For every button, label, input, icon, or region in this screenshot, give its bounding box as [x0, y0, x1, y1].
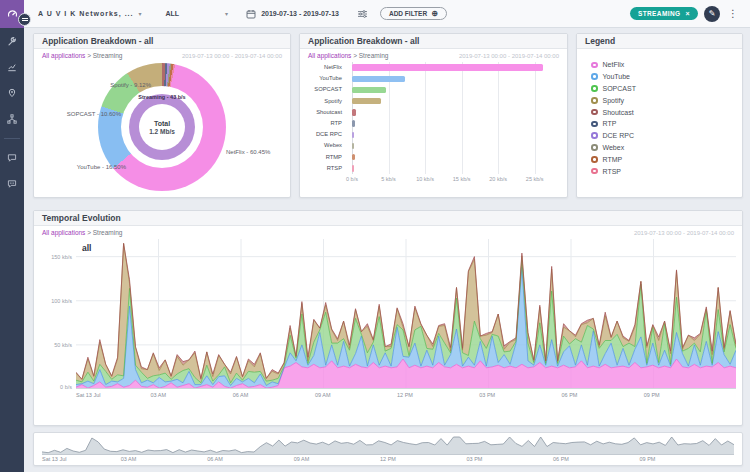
- legend-item-youtube[interactable]: YouTube: [591, 71, 742, 83]
- breadcrumb-link-all-applications[interactable]: All applications: [42, 229, 85, 236]
- chat-icon: [7, 153, 17, 163]
- bar-spotify[interactable]: [352, 98, 381, 105]
- panel-legend: Legend NetFlixYouTubeSOPCASTSpotifyShout…: [576, 33, 743, 198]
- bar-category-label: RTP: [300, 118, 348, 129]
- legend-item-dce-rpc[interactable]: DCE RPC: [591, 130, 742, 142]
- donut-center: Total 1.2 Mb/s: [139, 104, 185, 150]
- legend-label: RTP: [603, 120, 617, 127]
- close-icon[interactable]: ×: [686, 10, 691, 17]
- legend-item-rtsp[interactable]: RTSP: [591, 165, 742, 177]
- bar-category-label: NetFlix: [300, 62, 348, 73]
- legend-list: NetFlixYouTubeSOPCASTSpotifyShoutcastRTP…: [577, 49, 742, 177]
- panel-title: Legend: [577, 34, 742, 49]
- temporal-x-axis-label: 06 AM: [233, 392, 249, 398]
- overview-x-axis-label: Sat 13 Jul: [42, 456, 66, 462]
- bar-category-label: RTSP: [300, 163, 348, 174]
- sidebar-collapse-button[interactable]: [18, 13, 31, 26]
- legend-label: DCE RPC: [603, 132, 635, 139]
- bar-shoutcast[interactable]: [352, 109, 356, 116]
- sidebar-item-topology[interactable]: [0, 106, 24, 132]
- bar-gridline: [498, 62, 499, 174]
- panel-title: Application Breakdown - all: [300, 34, 567, 49]
- temporal-x-axis-label: 03 PM: [479, 392, 495, 398]
- sidebar-item-chat[interactable]: [0, 145, 24, 171]
- map-pin-icon: [7, 88, 17, 98]
- bar-sopcast[interactable]: [352, 87, 386, 94]
- bar-axis-label: 0 b/s: [346, 176, 358, 182]
- add-filter-button[interactable]: ADD FILTER ⊕: [380, 7, 447, 20]
- panel-application-breakdown-donut: Application Breakdown - all All applicat…: [33, 33, 291, 198]
- legend-item-shoutcast[interactable]: Shoutcast: [591, 106, 742, 118]
- legend-color-dot: [591, 144, 598, 151]
- bar-rtmp[interactable]: [352, 154, 355, 161]
- edit-button[interactable]: ✎: [704, 6, 720, 22]
- legend-item-rtp[interactable]: RTP: [591, 118, 742, 130]
- bar-gridline: [425, 62, 426, 174]
- wrench-icon: [7, 36, 17, 46]
- bar-axis-label: 15 kb/s: [453, 176, 471, 182]
- scope-selector[interactable]: ALL: [166, 10, 180, 17]
- legend-color-dot: [591, 109, 598, 116]
- panel-application-breakdown-bar: Application Breakdown - all All applicat…: [299, 33, 568, 198]
- legend-color-dot: [591, 156, 598, 163]
- temporal-svg: [76, 239, 736, 389]
- bar-category-label: SOPCAST: [300, 84, 348, 95]
- filter-sliders-icon[interactable]: [357, 9, 368, 19]
- legend-item-sopcast[interactable]: SOPCAST: [591, 83, 742, 95]
- topology-icon: [7, 114, 17, 124]
- bar-category-label: DCE RPC: [300, 129, 348, 140]
- caret-down-icon: ▾: [138, 10, 141, 17]
- temporal-y-axis-label: 100 kb/s: [34, 298, 72, 304]
- legend-item-webex[interactable]: Webex: [591, 142, 742, 154]
- sidebar-divider: [4, 138, 20, 139]
- bar-axis-label: 5 kb/s: [381, 176, 396, 182]
- chat-dots-icon: [7, 179, 17, 189]
- legend-label: Webex: [603, 144, 625, 151]
- temporal-area-chart[interactable]: all Sat 13 Jul03 AM06 AM09 AM12 PM03 PM0…: [34, 239, 742, 407]
- legend-label: SOPCAST: [603, 85, 636, 92]
- breadcrumb-link-all-applications[interactable]: All applications: [308, 52, 351, 59]
- legend-item-rtmp[interactable]: RTMP: [591, 153, 742, 165]
- bar-gridline: [462, 62, 463, 174]
- bar-category-label: YouTube: [300, 73, 348, 84]
- donut-segment-label: NetFlix - 60.45%: [226, 149, 270, 155]
- sidebar-item-map[interactable]: [0, 80, 24, 106]
- kebab-menu-icon[interactable]: ⋮: [726, 8, 740, 19]
- sidebar-item-reports[interactable]: [0, 54, 24, 80]
- sidebar-item-tools[interactable]: [0, 28, 24, 54]
- series-label: all: [82, 243, 91, 253]
- legend-item-netflix[interactable]: NetFlix: [591, 59, 742, 71]
- date-range-picker[interactable]: 2019-07-13 - 2019-07-13: [246, 5, 339, 23]
- filter-chip-streaming[interactable]: STREAMING ×: [630, 7, 698, 20]
- legend-item-spotify[interactable]: Spotify: [591, 94, 742, 106]
- overview-x-axis-label: 09 AM: [294, 456, 310, 462]
- pencil-icon: ✎: [709, 9, 716, 18]
- bar-rtp[interactable]: [352, 120, 355, 127]
- donut-segment-label: YouTube - 16.50%: [77, 164, 126, 170]
- legend-color-dot: [591, 121, 598, 128]
- overview-x-axis-label: 06 AM: [207, 456, 223, 462]
- bar-rtsp[interactable]: [352, 165, 354, 172]
- date-range-value: 2019-07-13 - 2019-07-13: [261, 10, 339, 17]
- overview-x-axis-label: 06 PM: [553, 456, 569, 462]
- bar-dce-rpc[interactable]: [352, 132, 354, 139]
- legend-label: Shoutcast: [603, 109, 634, 116]
- bar-axis-label: 10 kb/s: [416, 176, 434, 182]
- bar-webex[interactable]: [352, 143, 354, 150]
- donut-segment-label: SOPCAST - 10.60%: [67, 111, 121, 117]
- sidebar-item-support-chat[interactable]: [0, 171, 24, 197]
- bar-category-label: RTMP: [300, 152, 348, 163]
- bar-category-label: Shoutcast: [300, 107, 348, 118]
- calendar-icon: [246, 5, 256, 23]
- overview-area-chart[interactable]: Sat 13 Jul03 AM06 AM09 AM12 PM03 PM06 PM…: [34, 433, 742, 465]
- panel-temporal-evolution: Temporal Evolution All applications > St…: [33, 210, 743, 426]
- bar-netflix[interactable]: [352, 64, 543, 71]
- temporal-x-axis-label: 09 AM: [315, 392, 331, 398]
- legend-label: YouTube: [603, 73, 631, 80]
- temporal-y-axis-label: 0 b/s: [34, 384, 72, 390]
- donut-inner-ring[interactable]: Total 1.2 Mb/s: [129, 94, 195, 160]
- legend-color-dot: [591, 97, 598, 104]
- breadcrumb: All applications > Streaming: [308, 52, 388, 59]
- company-selector[interactable]: A U V I K Networks, ...: [38, 10, 133, 17]
- bar-youtube[interactable]: [352, 76, 405, 83]
